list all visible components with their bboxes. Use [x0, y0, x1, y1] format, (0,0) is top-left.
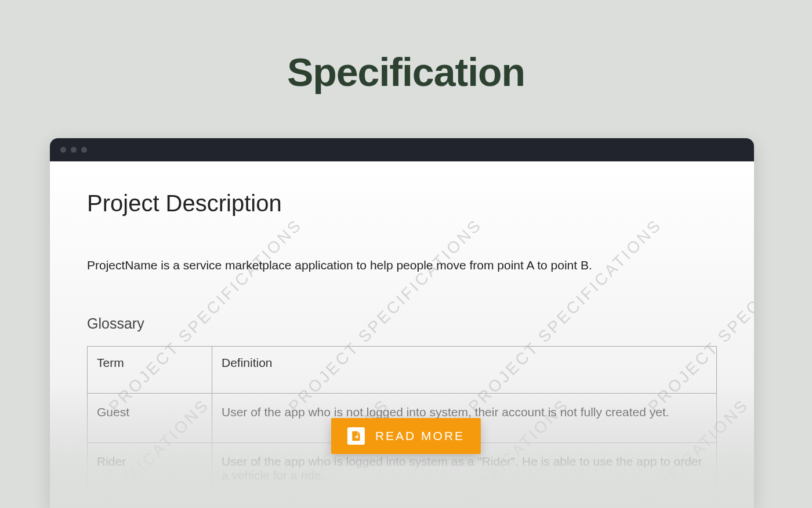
pdf-icon — [347, 427, 365, 445]
window-title-bar — [50, 138, 754, 161]
document-area: PROJECT SPECIFICATIONS PROJECT SPECIFICA… — [50, 161, 754, 508]
page-title: Specification — [0, 49, 812, 95]
read-more-label: READ MORE — [375, 429, 465, 443]
window-maximize-dot[interactable] — [81, 147, 87, 153]
glossary-heading: Glossary — [87, 315, 717, 332]
cell-term: Rider — [88, 443, 212, 506]
table-header-row: Term Definition — [88, 347, 717, 394]
cell-term: Guest — [88, 394, 212, 443]
read-more-button[interactable]: READ MORE — [331, 418, 481, 454]
column-header-term: Term — [88, 347, 212, 394]
document-heading: Project Description — [87, 190, 717, 217]
window-close-dot[interactable] — [60, 147, 66, 153]
column-header-definition: Definition — [212, 347, 717, 394]
window-minimize-dot[interactable] — [71, 147, 77, 153]
document-intro: ProjectName is a service marketplace app… — [87, 258, 717, 272]
